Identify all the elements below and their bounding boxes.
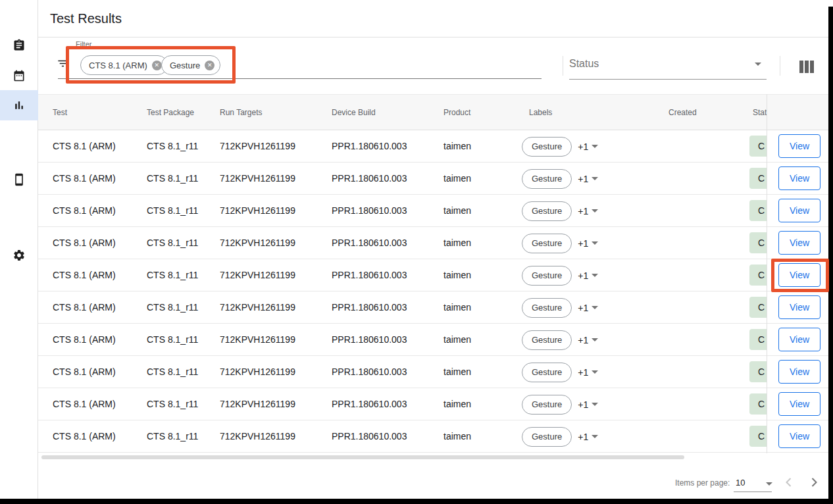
label-chip-text: Gesture — [532, 399, 562, 409]
cell-run-targets: 712KPVH1261199 — [220, 356, 295, 388]
cell-labels: Gesture +1 — [522, 130, 598, 163]
cell-test: CTS 8.1 (ARM) — [53, 227, 116, 259]
status-badge: C — [749, 136, 767, 157]
view-button[interactable]: View — [778, 295, 820, 319]
status-badge: C — [749, 168, 767, 189]
remove-chip-icon[interactable]: ✕ — [152, 61, 162, 70]
remove-chip-icon[interactable]: ✕ — [205, 61, 215, 70]
filter-input-underline[interactable] — [58, 78, 542, 79]
column-header-created[interactable]: Created — [669, 95, 697, 130]
table-row: CTS 8.1 (ARM) CTS 8.1_r11 712KPVH1261199… — [38, 163, 828, 195]
label-chip[interactable]: Gesture — [522, 427, 572, 447]
label-chip[interactable]: Gesture — [522, 201, 572, 221]
sidebar-item-settings[interactable] — [0, 240, 38, 270]
status-select-underline — [569, 79, 767, 80]
label-chip[interactable]: Gesture — [522, 137, 572, 157]
previous-page-button[interactable] — [783, 476, 795, 488]
status-badge: C — [749, 393, 767, 415]
view-button[interactable]: View — [778, 392, 820, 416]
status-badge-text: C — [749, 393, 767, 415]
column-header-test-package[interactable]: Test Package — [147, 95, 194, 130]
label-chip[interactable]: Gesture — [522, 363, 572, 382]
label-chip[interactable]: Gesture — [522, 298, 572, 318]
more-labels-count: +1 — [578, 206, 588, 216]
view-button[interactable]: View — [778, 231, 820, 255]
chevron-down-icon — [592, 403, 598, 406]
label-chip-text: Gesture — [532, 270, 562, 280]
label-chip[interactable]: Gesture — [522, 169, 572, 189]
filter-chip[interactable]: CTS 8.1 (ARM) ✕ — [80, 55, 168, 75]
view-button[interactable]: View — [778, 424, 820, 448]
cell-test-package: CTS 8.1_r11 — [147, 195, 198, 226]
status-badge-text: C — [749, 265, 767, 286]
status-badge: C — [749, 361, 767, 382]
view-button[interactable]: View — [778, 263, 820, 287]
sidebar-item-plans[interactable] — [0, 61, 38, 91]
cell-product: taimen — [443, 291, 471, 323]
label-chip-text: Gesture — [532, 335, 562, 345]
label-chip[interactable]: Gesture — [522, 266, 572, 286]
cell-labels: Gesture +1 — [522, 195, 598, 227]
filter-chip[interactable]: Gesture ✕ — [161, 55, 220, 75]
label-chip[interactable]: Gesture — [522, 330, 572, 350]
label-chip[interactable]: Gesture — [522, 234, 572, 253]
status-badge-text: C — [749, 426, 767, 447]
toolbar-divider — [563, 56, 563, 76]
items-per-page-value: 10 — [736, 478, 745, 488]
cell-device-build: PPR1.180610.003 — [332, 163, 407, 194]
columns-icon[interactable] — [799, 61, 814, 73]
cell-device-build: PPR1.180610.003 — [332, 388, 407, 420]
chevron-right-icon — [808, 476, 820, 488]
more-labels-dropdown[interactable]: +1 — [578, 270, 598, 281]
cell-device-build: PPR1.180610.003 — [332, 324, 407, 355]
more-labels-dropdown[interactable]: +1 — [578, 399, 598, 410]
items-per-page-underline — [734, 491, 772, 492]
filter-field-label: Filter — [76, 40, 91, 48]
cell-product: taimen — [443, 163, 471, 194]
view-button[interactable]: View — [778, 199, 820, 222]
table-row: CTS 8.1 (ARM) CTS 8.1_r11 712KPVH1261199… — [38, 356, 828, 388]
column-header-status[interactable]: Stat — [753, 95, 767, 130]
cell-test: CTS 8.1 (ARM) — [53, 195, 116, 226]
cell-product: taimen — [443, 388, 471, 420]
view-button[interactable]: View — [778, 134, 820, 158]
items-per-page-select[interactable]: 10 — [736, 476, 772, 492]
page-title: Test Results — [50, 0, 122, 38]
calendar-icon — [13, 69, 26, 82]
status-filter-select[interactable]: Status — [569, 58, 767, 72]
sidebar-item-tests[interactable] — [0, 30, 38, 61]
status-badge: C — [749, 426, 767, 447]
cell-test: CTS 8.1 (ARM) — [53, 388, 116, 420]
more-labels-dropdown[interactable]: +1 — [578, 238, 598, 249]
label-chip[interactable]: Gesture — [522, 395, 572, 415]
sidebar-item-test-results[interactable] — [0, 90, 38, 120]
horizontal-scrollbar[interactable] — [38, 454, 828, 461]
more-labels-dropdown[interactable]: +1 — [578, 367, 598, 378]
view-button[interactable]: View — [778, 360, 820, 384]
status-badge: C — [749, 200, 767, 221]
more-labels-dropdown[interactable]: +1 — [578, 206, 598, 216]
more-labels-dropdown[interactable]: +1 — [578, 303, 598, 313]
column-header-test[interactable]: Test — [53, 95, 67, 130]
cell-test: CTS 8.1 (ARM) — [53, 259, 116, 291]
status-badge-text: C — [749, 168, 767, 189]
more-labels-dropdown[interactable]: +1 — [578, 335, 598, 345]
next-page-button[interactable] — [808, 476, 820, 488]
sidebar-item-devices[interactable] — [0, 164, 38, 195]
cell-device-build: PPR1.180610.003 — [332, 195, 407, 226]
cell-device-build: PPR1.180610.003 — [332, 227, 407, 259]
more-labels-dropdown[interactable]: +1 — [578, 432, 598, 442]
app-window: Test Results Filter CTS 8.1 (ARM) ✕ Gest… — [0, 0, 833, 504]
column-header-device-build[interactable]: Device Build — [332, 95, 376, 130]
scrollbar-thumb[interactable] — [41, 455, 684, 459]
status-badge-text: C — [749, 329, 767, 350]
filter-list-icon[interactable] — [57, 57, 69, 70]
column-header-labels[interactable]: Labels — [529, 95, 552, 130]
column-header-product[interactable]: Product — [443, 95, 470, 130]
more-labels-dropdown[interactable]: +1 — [578, 141, 598, 152]
view-button[interactable]: View — [778, 328, 820, 351]
view-button[interactable]: View — [778, 166, 820, 190]
column-header-run-targets[interactable]: Run Targets — [220, 95, 262, 130]
status-badge-text: C — [749, 200, 767, 221]
more-labels-dropdown[interactable]: +1 — [578, 174, 598, 184]
